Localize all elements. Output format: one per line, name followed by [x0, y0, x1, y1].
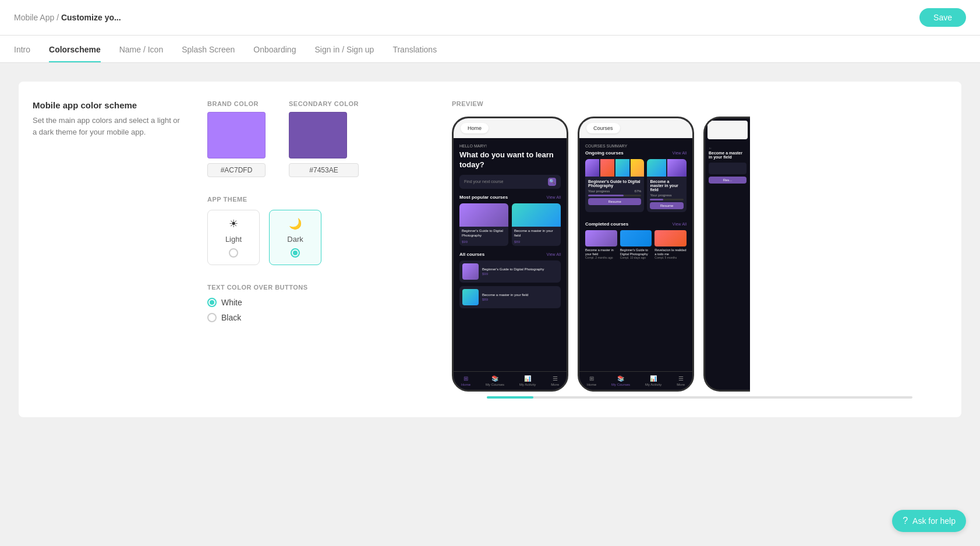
card-2-image: [512, 203, 561, 227]
home-nav-label: Home: [461, 383, 470, 386]
home-nav-icon: ⊞: [464, 375, 468, 382]
black-label: Black: [221, 313, 241, 322]
card-2-price: $89: [512, 240, 561, 246]
nav-my-courses: 📚 My Courses: [486, 375, 504, 386]
courses-nav-icon-2: 📚: [617, 375, 624, 382]
list-item-2-title: Become a master in your field: [482, 293, 528, 298]
phone-courses: Courses COURSES SUMMARY Ongoing courses …: [578, 117, 694, 392]
view-all-completed: View All: [673, 222, 687, 226]
completed-img-2: [620, 230, 652, 246]
completed-header: Completed courses View All: [585, 221, 687, 227]
center-section: BRAND COLOR #AC7DFD SECONDARY COLOR #745…: [207, 100, 429, 399]
courses-tab-pill: Courses: [586, 123, 620, 133]
search-icon: 🔍: [548, 178, 556, 186]
course-tile-4: [631, 159, 645, 177]
progress-bar-fill-2: [650, 199, 663, 200]
popular-section-title: Most popular courses: [459, 195, 508, 200]
tab-translations[interactable]: Translations: [392, 36, 437, 62]
theme-dark-radio[interactable]: [291, 248, 300, 258]
white-radio[interactable]: [207, 298, 217, 307]
partial-resume: Res...: [709, 177, 747, 184]
ongoing-course-2-title: Become a master in your field: [650, 179, 684, 192]
tab-onboarding[interactable]: Onboarding: [253, 36, 296, 62]
help-icon: ?: [903, 516, 908, 526]
breadcrumb-separator: /: [56, 13, 59, 22]
course-tile-3: [615, 159, 629, 177]
completed-item-1: Become a master in your field Compl. 2 m…: [585, 230, 617, 259]
secondary-color-value[interactable]: #7453AE: [289, 163, 359, 177]
completed-img-3: [654, 230, 687, 246]
card-1-price: $99: [459, 240, 508, 246]
ongoing-title: Ongoing courses: [585, 150, 624, 156]
become-master-text: Become a master in your field: [709, 151, 747, 159]
completed-date-3: Compl. 5 months: [654, 256, 687, 259]
scroll-thumb: [487, 396, 533, 399]
section-header-popular: Most popular courses View All: [459, 195, 561, 200]
list-item-1-price: $99: [482, 272, 544, 276]
completed-date-2: Compl. 10 days ago: [620, 256, 652, 259]
phone-courses-content: COURSES SUMMARY Ongoing courses View All: [579, 138, 692, 371]
tab-name-icon[interactable]: Name / Icon: [119, 36, 163, 62]
text-color-black-option[interactable]: Black: [207, 313, 429, 322]
breadcrumb: Mobile App / Customize yo...: [14, 13, 121, 22]
theme-light-radio[interactable]: [229, 248, 238, 258]
activity-nav-icon-2: 📊: [650, 375, 657, 382]
save-button[interactable]: Save: [919, 8, 966, 27]
list-item-1: Beginner's Guide to Digital Photography …: [459, 260, 561, 283]
partial-progress: [709, 163, 747, 174]
view-all-courses: View All: [547, 252, 561, 256]
nav-activity-2: 📊 My Activity: [645, 375, 661, 386]
nav-my-courses-2: 📚 My Courses: [611, 375, 630, 386]
tab-colorscheme[interactable]: Colorscheme: [49, 36, 101, 62]
theme-light[interactable]: ☀ Light: [207, 210, 260, 265]
section-title: Mobile app color scheme: [33, 100, 184, 110]
top-bar: Mobile App / Customize yo... Save: [0, 0, 980, 36]
nav-more-2: ☰ More: [677, 375, 685, 386]
theme-dark[interactable]: 🌙 Dark: [269, 210, 321, 265]
more-nav-label: More: [551, 383, 559, 386]
secondary-color-group: SECONDARY COLOR #7453AE: [289, 100, 359, 177]
view-all-popular: View All: [547, 195, 561, 199]
progress-label: Your progress: [588, 189, 610, 193]
resume-button-2[interactable]: Resume: [650, 202, 684, 209]
preview-label: PREVIEW: [452, 100, 947, 107]
tab-sign-in[interactable]: Sign in / Sign up: [314, 36, 374, 62]
resume-button-1[interactable]: Resume: [588, 198, 641, 205]
completed-grid: Become a master in your field Compl. 2 m…: [585, 230, 687, 259]
section-description: Set the main app colors and select a lig…: [33, 115, 184, 138]
list-item-1-img: [462, 263, 479, 280]
activity-nav-label-2: My Activity: [645, 383, 661, 386]
phone-tab-bar-2: Courses: [579, 118, 692, 138]
list-item-2-price: $89: [482, 298, 528, 301]
activity-nav-icon: 📊: [524, 375, 531, 382]
courses-nav-icon: 📚: [491, 375, 498, 382]
text-color-white-option[interactable]: White: [207, 298, 429, 307]
courses-summary-label: COURSES SUMMARY: [585, 144, 687, 148]
brand-color-group: BRAND COLOR #AC7DFD: [207, 100, 266, 177]
secondary-color-swatch[interactable]: [289, 112, 347, 158]
ongoing-card-2: Become a master in your field Your progr…: [647, 159, 687, 212]
black-radio[interactable]: [207, 313, 217, 322]
course-tile-2: [600, 159, 614, 177]
completed-img-1: [585, 230, 617, 246]
list-item-1-title: Beginner's Guide to Digital Photography: [482, 267, 544, 272]
home-tab-pill: Home: [461, 123, 489, 133]
tab-splash-screen[interactable]: Splash Screen: [182, 36, 235, 62]
brand-color-value[interactable]: #AC7DFD: [207, 163, 266, 177]
all-courses-title: All courses: [459, 252, 484, 257]
app-theme-label: APP THEME: [207, 196, 429, 203]
tab-intro[interactable]: Intro: [14, 36, 30, 62]
phone-partial-content: ← Become a master in your field Res...: [705, 142, 750, 188]
text-color-section: TEXT COLOR OVER BUTTONS White Black: [207, 284, 429, 322]
help-button[interactable]: ? Ask for help: [892, 510, 966, 532]
phone-home-content: HELLO MARY! What do you want to learn to…: [454, 138, 567, 371]
brand-color-swatch[interactable]: [207, 112, 266, 158]
progress-bar-bg: [588, 195, 641, 196]
section-header-all: All courses View All: [459, 252, 561, 257]
secondary-color-label: SECONDARY COLOR: [289, 100, 359, 107]
progress-bar-bg-2: [650, 199, 684, 200]
theme-options: ☀ Light 🌙 Dark: [207, 210, 429, 265]
list-item-2: Become a master in your field $89: [459, 286, 561, 308]
course-img-row-2: [647, 159, 687, 177]
course2-tile-1: [647, 159, 666, 177]
